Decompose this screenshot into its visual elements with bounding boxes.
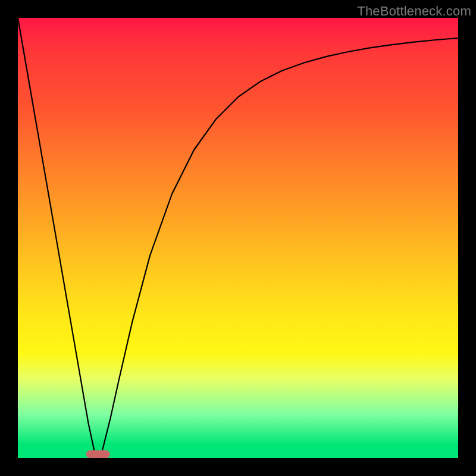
svg-rect-0 <box>86 450 110 458</box>
curve-line <box>18 18 458 454</box>
chart-frame: TheBottleneck.com <box>0 0 476 476</box>
target-marker <box>86 450 110 458</box>
watermark: TheBottleneck.com <box>357 4 471 19</box>
chart-svg <box>0 0 476 476</box>
